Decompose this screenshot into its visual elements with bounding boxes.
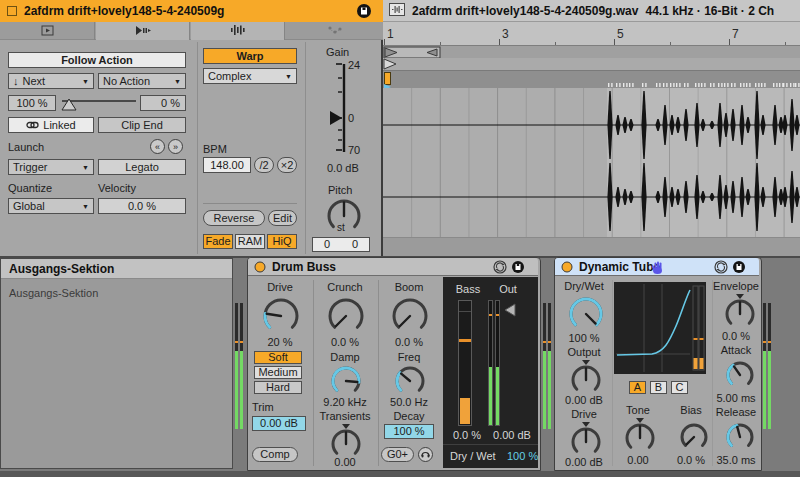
soft-button[interactable]: Soft [254,351,302,364]
hard-button[interactable]: Hard [254,381,302,394]
beat-time-ruler[interactable]: 1357 [383,22,800,45]
freq-value[interactable]: 50.0 Hz [378,396,440,408]
chevron-down-icon: ▼ [82,203,89,210]
launch-tab-icon [135,25,151,38]
pitch-fine-value[interactable]: 0 [352,239,358,250]
follow-chance-slider[interactable] [58,95,138,113]
pitch-label: Pitch [328,184,352,196]
release-label: Release [710,406,762,418]
clip-col-divider [197,42,198,254]
bias-value[interactable]: 0.0 % [666,454,716,466]
clip-tab-row [0,22,383,40]
loop-brace-row[interactable] [383,45,800,58]
info-pane-body: Ausgangs-Sektion [9,287,98,299]
release-value[interactable]: 35.0 ms [710,454,762,466]
save-preset-icon[interactable] [511,260,525,276]
scrub-area[interactable] [383,70,800,88]
prev-clip-button[interactable]: « [150,139,165,154]
drive-value[interactable]: 20 % [247,336,313,348]
tab-launch[interactable] [96,22,190,40]
down-arrow-icon: ↓ [13,75,19,87]
gain-slider[interactable] [308,58,382,160]
fade-toggle[interactable]: Fade [203,234,233,249]
tube-drive-value[interactable]: 0.00 dB [556,456,612,468]
boom-audition-button[interactable] [418,447,433,462]
bpm-double-button[interactable]: ×2 [277,157,297,173]
tab-sample[interactable] [191,22,285,40]
legato-button[interactable]: Legato [98,159,186,175]
drum-buss-meter-panel: Bass Out 0.0 % 0.00 dB Dry / Wet 100 % [443,277,538,468]
warp-marker-ticks[interactable] [383,71,800,89]
pitch-unit-label: st [337,222,345,233]
link-chain-icon [26,120,39,131]
transients-value[interactable]: 0.00 [313,456,377,468]
pitch-value-field[interactable]: 0 0 [312,237,370,252]
warp-mode-dropdown[interactable]: Complex▼ [203,68,297,84]
crunch-value[interactable]: 0.0 % [313,336,377,348]
tab-clip[interactable] [0,22,95,40]
gain-value[interactable]: 0.0 dB [327,162,359,174]
pitch-knob[interactable] [324,196,364,242]
warp-toggle[interactable]: Warp [203,48,297,64]
out-meter-value[interactable]: 0.00 dB [487,429,537,441]
ram-toggle[interactable]: RAM [235,234,265,249]
clip-end-button[interactable]: Clip End [98,117,186,133]
follow-chance-b-field[interactable]: 0 % [140,95,186,111]
out-gain-handle[interactable] [504,303,516,319]
hot-swap-icon[interactable] [714,260,728,276]
bpm-half-button[interactable]: /2 [254,157,274,173]
device-area-bottom-strip [0,471,800,477]
waveform-display[interactable] [383,88,800,237]
tab-envelopes[interactable] [286,22,383,40]
trim-field[interactable]: 0.00 dB [252,416,306,431]
decay-field[interactable]: 100 % [384,424,434,439]
medium-button[interactable]: Medium [254,366,302,379]
follow-chance-a-field[interactable]: 100 % [8,95,56,111]
clip-save-icon[interactable] [356,3,372,21]
bpm-field[interactable]: 148.00 [203,157,251,173]
tube-meter-right [700,358,704,369]
drum-buss-drywet-value[interactable]: 100 % [507,450,538,462]
dynamic-tube-header[interactable]: Dynamic Tube [555,258,759,276]
damp-value[interactable]: 9.20 kHz [313,396,377,408]
tube-model-a-button[interactable]: A [629,381,646,394]
hot-swap-icon[interactable] [493,260,507,276]
device-on-led[interactable] [561,261,573,275]
follow-action-b-dropdown[interactable]: No Action ▼ [98,73,186,89]
next-clip-button[interactable]: » [168,139,183,154]
attack-value[interactable]: 5.00 ms [710,392,762,404]
device-on-led[interactable] [254,261,266,275]
quantize-dropdown[interactable]: Global▼ [8,198,94,214]
linked-button[interactable]: Linked [8,117,94,133]
envelope-value[interactable]: 0.0 % [710,330,762,342]
start-marker-row[interactable] [383,58,800,70]
clip-start-marker[interactable] [383,58,399,70]
clip-title-bar[interactable]: 2afdrm drift+lovely148-5-4-240509g [0,0,383,22]
info-pane[interactable]: Ausgangs-Sektion Ausgangs-Sektion [0,258,233,469]
bpm-label: BPM [203,143,227,155]
chevron-down-icon: ▼ [174,78,181,85]
follow-action-header[interactable]: Follow Action [8,52,186,68]
trim-label: Trim [252,401,274,413]
edit-button[interactable]: Edit [268,210,297,226]
boom-value[interactable]: 0.0 % [378,336,440,348]
tube-output-value[interactable]: 0.00 dB [556,394,612,406]
tube-model-b-button[interactable]: B [650,381,667,394]
clip-color-swatch-icon[interactable] [7,6,17,16]
pitch-coarse-value[interactable]: 0 [324,239,330,250]
velocity-field[interactable]: 0.0 % [98,198,186,214]
next-icon: » [173,142,178,152]
comp-button[interactable]: Comp [252,447,298,462]
follow-action-a-dropdown[interactable]: ↓Next ▼ [8,73,94,89]
bass-meter-value[interactable]: 0.0 % [445,429,489,441]
hiq-toggle[interactable]: HiQ [267,234,297,249]
warp-divider [203,203,297,204]
tube-drywet-value[interactable]: 100 % [556,332,612,344]
drum-buss-header[interactable]: Drum Buss [248,258,538,276]
tone-value[interactable]: 0.00 [612,454,664,466]
launch-mode-dropdown[interactable]: Trigger▼ [8,159,94,175]
boom-note-display[interactable]: G0+ [381,447,414,462]
tube-model-c-button[interactable]: C [671,381,688,394]
reverse-button[interactable]: Reverse [203,210,265,226]
save-preset-icon[interactable] [732,260,746,276]
